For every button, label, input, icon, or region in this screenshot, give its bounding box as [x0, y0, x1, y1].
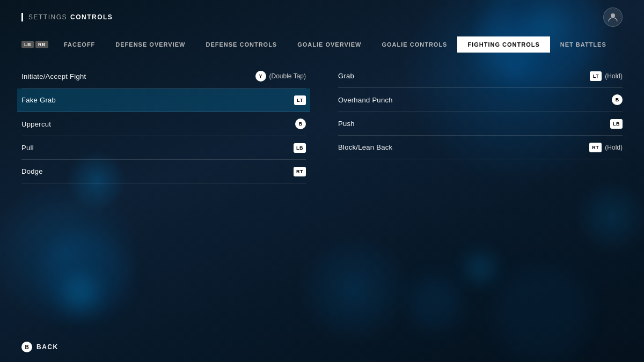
- lt-button-icon-grab: LT: [590, 71, 602, 81]
- rt-button-icon-dodge: RT: [294, 167, 306, 176]
- tab-goalie-controls[interactable]: GOALIE CONTROLS: [372, 36, 458, 53]
- control-row-push: Push LB: [338, 112, 623, 136]
- control-binding-block-lean-back: RT (Hold): [589, 143, 623, 152]
- main-content: Initiate/Accept Fight Y (Double Tap) Fak…: [21, 64, 623, 183]
- rb-button[interactable]: RB: [35, 41, 48, 48]
- control-binding-pull: LB: [294, 143, 306, 153]
- tab-net-battles[interactable]: NET BATTLES: [550, 36, 617, 53]
- right-column: Grab LT (Hold) Overhand Punch B Push LB: [338, 64, 623, 183]
- header-user-icon[interactable]: [603, 8, 623, 27]
- lb-button[interactable]: LB: [21, 41, 34, 48]
- b-button-icon-uppercut: B: [295, 119, 306, 129]
- control-name-grab: Grab: [338, 72, 354, 80]
- tab-goalie-overview[interactable]: GOALIE OVERVIEW: [287, 36, 371, 53]
- initiate-fight-text: (Double Tap): [269, 72, 306, 80]
- lt-button-icon: LT: [294, 95, 306, 105]
- control-binding-initiate-fight: Y (Double Tap): [255, 71, 306, 82]
- lb-button-icon-push: LB: [610, 119, 623, 129]
- control-row-dodge: Dodge RT: [21, 160, 306, 183]
- block-text: (Hold): [605, 144, 623, 151]
- lb-button-icon-pull: LB: [294, 143, 306, 153]
- lb-rb-buttons: LB RB: [21, 41, 48, 48]
- control-binding-dodge: RT: [294, 167, 306, 176]
- control-binding-uppercut: B: [295, 119, 306, 129]
- control-name-overhand-punch: Overhand Punch: [338, 96, 393, 104]
- control-binding-overhand-punch: B: [612, 94, 623, 105]
- control-name-pull: Pull: [21, 144, 34, 152]
- control-row-overhand-punch: Overhand Punch B: [338, 88, 623, 112]
- control-name-dodge: Dodge: [21, 167, 43, 175]
- header-bar-decoration: [21, 13, 23, 21]
- tab-defense-controls[interactable]: DEFENSE CONTROLS: [195, 36, 287, 53]
- rt-button-icon-block: RT: [589, 143, 602, 152]
- control-row-grab: Grab LT (Hold): [338, 64, 623, 88]
- control-row-initiate-fight: Initiate/Accept Fight Y (Double Tap): [21, 64, 306, 88]
- left-column: Initiate/Accept Fight Y (Double Tap) Fak…: [21, 64, 306, 183]
- header: SETTINGS CONTROLS: [21, 0, 623, 32]
- control-row-pull: Pull LB: [21, 136, 306, 160]
- svg-point-0: [611, 13, 615, 18]
- tab-defense-overview[interactable]: DEFENSE OVERVIEW: [105, 36, 195, 53]
- grab-text: (Hold): [605, 72, 623, 80]
- control-row-uppercut: Uppercut B: [21, 112, 306, 136]
- control-name-uppercut: Uppercut: [21, 120, 51, 128]
- control-name-block-lean-back: Block/Lean Back: [338, 143, 392, 151]
- tab-faceoff[interactable]: FACEOFF: [54, 36, 105, 53]
- y-button-icon: Y: [255, 71, 266, 82]
- control-binding-push: LB: [610, 119, 623, 129]
- control-name-fake-grab: Fake Grab: [21, 96, 56, 104]
- tab-navigation: LB RB FACEOFF DEFENSE OVERVIEW DEFENSE C…: [21, 36, 623, 53]
- control-binding-grab: LT (Hold): [590, 71, 623, 81]
- control-name-initiate-fight: Initiate/Accept Fight: [21, 72, 86, 80]
- header-left: SETTINGS CONTROLS: [21, 13, 113, 21]
- b-button-icon-overhand: B: [612, 94, 623, 105]
- control-binding-fake-grab: LT: [294, 95, 306, 105]
- tab-fighting-controls[interactable]: FIGHTING CONTROLS: [457, 36, 550, 53]
- control-row-block-lean-back: Block/Lean Back RT (Hold): [338, 136, 623, 159]
- header-settings-label: SETTINGS: [28, 13, 67, 21]
- control-name-push: Push: [338, 120, 355, 128]
- control-row-fake-grab: Fake Grab LT: [17, 88, 310, 112]
- header-controls-label: CONTROLS: [70, 13, 113, 21]
